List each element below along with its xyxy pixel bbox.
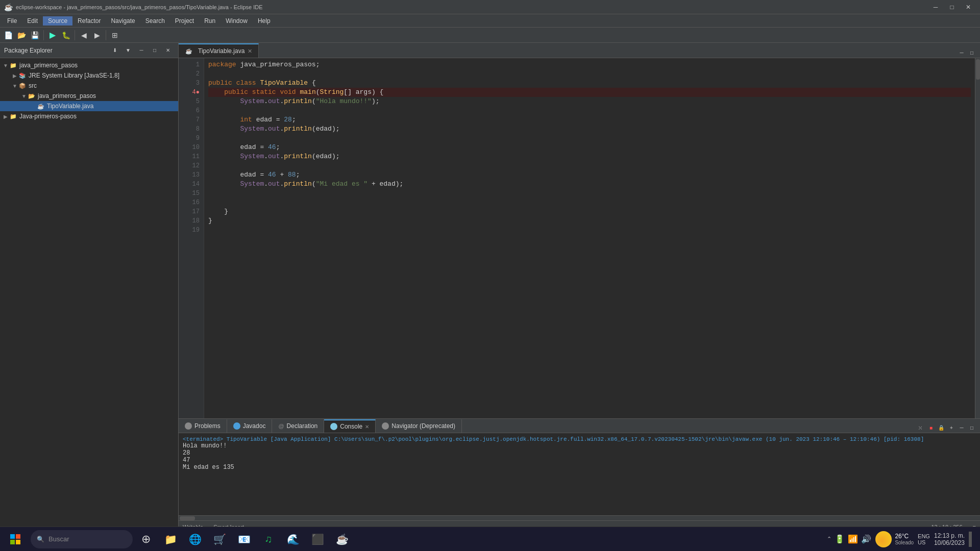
editor-scrollbar[interactable]	[975, 58, 980, 418]
line-17: 17	[179, 207, 204, 216]
forward-button[interactable]: ▶	[91, 29, 103, 41]
toolbar-separator-3	[106, 30, 106, 40]
line-3: 3	[179, 79, 204, 88]
menu-file[interactable]: File	[2, 16, 22, 26]
taskbar-app-edge[interactable]: 🌊	[282, 528, 304, 550]
editor-maximize-button[interactable]: □	[967, 47, 977, 58]
taskbar-app-vr[interactable]: ⊕	[135, 528, 157, 550]
line-6: 6	[179, 106, 204, 115]
console-minimize-button[interactable]: ─	[957, 422, 967, 433]
console-terminate-button[interactable]: ■	[926, 422, 936, 433]
java-file-icon: ☕	[37, 102, 45, 110]
code-line-15	[208, 189, 971, 198]
taskbar-search[interactable]: 🔍 Buscar	[31, 530, 133, 548]
tray-chevron-icon[interactable]: ⌃	[827, 536, 831, 542]
save-button[interactable]: 💾	[29, 29, 41, 41]
src-label: src	[29, 82, 37, 89]
tree-package[interactable]: ▼ 📂 java_primeros_pasos	[0, 91, 178, 101]
menu-project[interactable]: Project	[170, 16, 199, 26]
lang-text: ENG US	[918, 533, 930, 545]
editor-scrollbar-thumb[interactable]	[976, 59, 980, 80]
svg-rect-3	[16, 540, 20, 544]
javadoc-icon	[233, 422, 240, 430]
tab-javadoc[interactable]: Javadoc	[227, 419, 273, 433]
toolbar-separator-1	[43, 30, 44, 40]
pe-minimize-button[interactable]: ─	[135, 44, 148, 57]
start-button[interactable]	[4, 528, 27, 550]
close-button[interactable]: ✕	[961, 2, 976, 12]
console-maximize-button[interactable]: □	[967, 422, 977, 433]
show-desktop-button[interactable]	[969, 532, 972, 547]
code-line-16	[208, 198, 971, 207]
console-label: Console	[340, 423, 362, 430]
project-icon: 📁	[9, 61, 17, 69]
taskbar-app-browser[interactable]: 🌐	[184, 528, 206, 550]
code-editor[interactable]: 1 2 3 4● 5 6 7 8 9 10 11 12 13 14	[179, 58, 980, 418]
tree-jre-library[interactable]: ▶ 📚 JRE System Library [JavaSE-1.8]	[0, 70, 178, 81]
menu-navigate[interactable]: Navigate	[106, 16, 140, 26]
taskbar-app-store[interactable]: 🛒	[208, 528, 231, 550]
pe-collapse-button[interactable]: ⬇	[109, 44, 121, 57]
tab-title: TipoVariable.java	[198, 47, 244, 55]
new-button[interactable]: 📄	[2, 29, 14, 41]
tree-src-folder[interactable]: ▼ 📦 src	[0, 81, 178, 91]
back-button[interactable]: ◀	[78, 29, 90, 41]
pe-action-buttons: ⬇ ▼ ─ □ ✕	[109, 44, 174, 57]
tab-close-button[interactable]: ✕	[248, 48, 252, 55]
pe-close-button[interactable]: ✕	[162, 44, 174, 57]
menu-source[interactable]: Source	[43, 16, 72, 26]
taskbar-app-explorer[interactable]: 📁	[159, 528, 182, 550]
taskbar-app-terminal[interactable]: ⬛	[306, 528, 329, 550]
date-display: 10/06/2023	[934, 539, 965, 546]
tab-problems[interactable]: Problems	[179, 419, 227, 433]
minimize-button[interactable]: ─	[928, 2, 943, 12]
tab-tipovariable[interactable]: ☕ TipoVariable.java ✕	[179, 43, 259, 58]
menu-run[interactable]: Run	[199, 16, 220, 26]
tab-console[interactable]: Console ✕	[324, 419, 376, 433]
toolbar: 📄 📂 💾 ▶ 🐛 ◀ ▶ ⊞	[0, 28, 980, 43]
console-out-3: 47	[183, 457, 976, 464]
code-content[interactable]: package java_primeros_pasos; public clas…	[204, 58, 975, 418]
taskbar-app-spotify[interactable]: ♫	[257, 528, 280, 550]
maximize-button[interactable]: □	[944, 2, 960, 12]
code-line-1: package java_primeros_pasos;	[208, 60, 971, 69]
tree-file-tipovariable[interactable]: ☕ TipoVariable.java	[0, 101, 178, 111]
bottom-scrollbar[interactable]	[179, 515, 980, 520]
package-icon: 📂	[28, 92, 36, 100]
pe-menu-button[interactable]: ▼	[122, 44, 134, 57]
editor-minimize-button[interactable]: ─	[957, 47, 967, 58]
perspective-button[interactable]: ⊞	[109, 29, 121, 41]
package-label: java_primeros_pasos	[38, 92, 96, 99]
menu-window[interactable]: Window	[220, 16, 253, 26]
package-explorer-title: Package Explorer	[4, 47, 53, 54]
console-new-button[interactable]: +	[946, 422, 957, 433]
line-19: 19	[179, 226, 204, 235]
debug-button[interactable]: 🐛	[60, 29, 72, 41]
tree-project-java-primeros-pasos-2[interactable]: ▶ 📁 Java-primeros-pasos	[0, 111, 178, 121]
tree-project-java-primeros-pasos[interactable]: ▼ 📁 java_primeros_pasos	[0, 60, 178, 70]
navigator-icon	[382, 422, 389, 430]
console-scroll-lock-button[interactable]: 🔒	[936, 422, 946, 433]
weather-icon	[875, 531, 892, 547]
taskbar-app-eclipse[interactable]: ☕	[331, 528, 353, 550]
console-tab-close[interactable]: ✕	[365, 424, 369, 430]
taskbar-app-mail[interactable]: 📧	[233, 528, 255, 550]
tab-navigator[interactable]: Navigator (Deprecated)	[376, 419, 462, 433]
package-explorer-panel: Package Explorer ⬇ ▼ ─ □ ✕ ▼ 📁 java_prim…	[0, 43, 179, 533]
search-icon: 🔍	[37, 536, 44, 543]
main-area: Package Explorer ⬇ ▼ ─ □ ✕ ▼ 📁 java_prim…	[0, 43, 980, 533]
bottom-scrollbar-thumb[interactable]	[180, 516, 195, 520]
project2-icon: 📁	[9, 112, 17, 120]
open-button[interactable]: 📂	[15, 29, 28, 41]
menu-edit[interactable]: Edit	[22, 16, 43, 26]
pe-maximize-button[interactable]: □	[149, 44, 161, 57]
menu-search[interactable]: Search	[140, 16, 170, 26]
menu-help[interactable]: Help	[253, 16, 276, 26]
tab-declaration[interactable]: @ Declaration	[272, 419, 324, 433]
run-button[interactable]: ▶	[46, 29, 59, 41]
console-clear-button[interactable]: ⛌	[916, 422, 926, 433]
weather-temp: 26°C	[895, 533, 914, 540]
menu-refactor[interactable]: Refactor	[72, 16, 106, 26]
window-title: eclipse-workspace - java_primeros_pasos/…	[16, 4, 928, 10]
svg-rect-1	[16, 534, 20, 539]
